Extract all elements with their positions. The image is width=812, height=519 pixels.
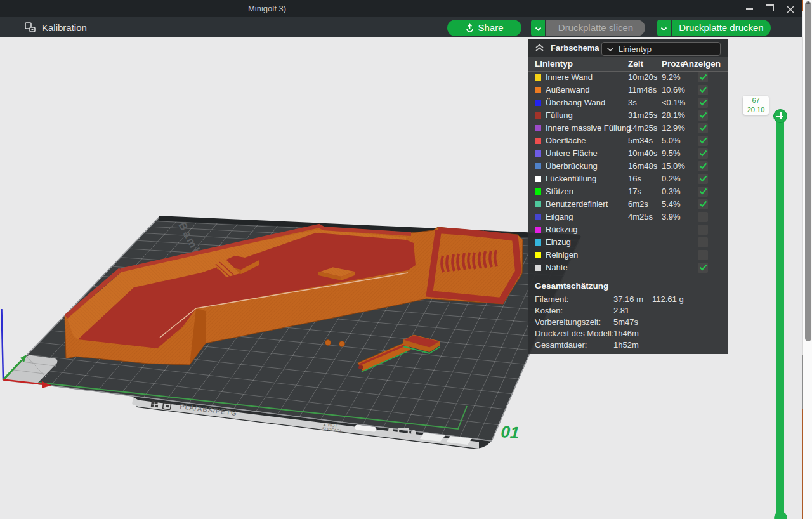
- svg-text:01: 01: [501, 422, 520, 442]
